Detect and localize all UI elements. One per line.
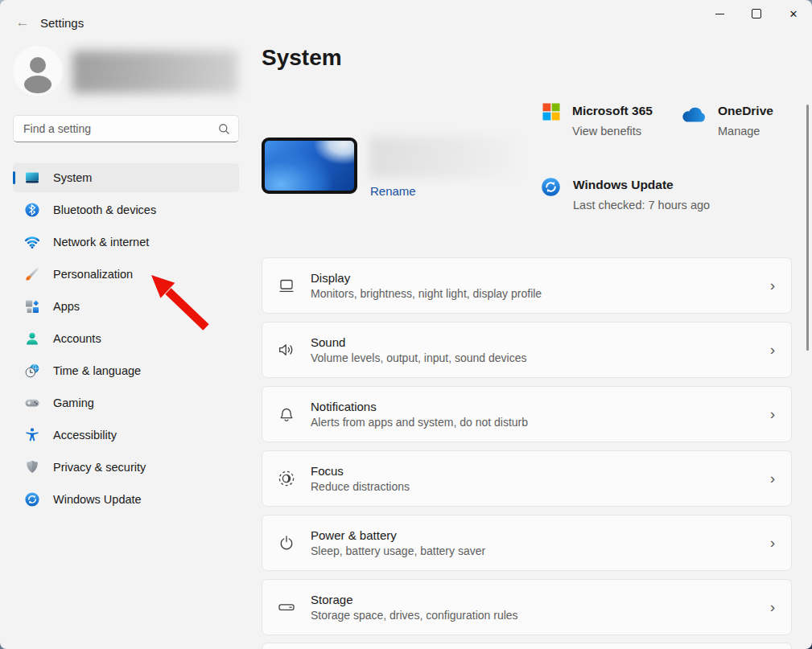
sidebar-item-accessibility[interactable]: Accessibility [13, 421, 239, 450]
storage-icon [276, 597, 297, 618]
device-name-redacted [369, 137, 517, 178]
sidebar-item-network-internet[interactable]: Network & internet [13, 228, 239, 257]
chevron-right-icon: › [770, 277, 775, 294]
minimize-button[interactable] [701, 0, 738, 27]
ms365-action[interactable]: View benefits [572, 122, 653, 141]
close-icon: ✕ [789, 9, 798, 19]
focus-icon [276, 468, 297, 489]
chevron-right-icon: › [770, 341, 775, 359]
row-title: Storage [311, 593, 518, 606]
windows-update-card[interactable]: Windows Update Last checked: 7 hours ago [541, 177, 714, 215]
row-title: Notifications [311, 400, 528, 413]
sidebar-item-privacy-security[interactable]: Privacy & security [13, 453, 239, 482]
row-subtitle: Volume levels, output, input, sound devi… [311, 351, 527, 364]
settings-row-storage[interactable]: Storage Storage space, drives, configura… [262, 579, 792, 635]
chevron-right-icon: › [770, 534, 775, 552]
display-icon [276, 275, 297, 296]
sidebar-item-label: Network & internet [53, 236, 149, 249]
sidebar-item-label: Bluetooth & devices [53, 203, 156, 216]
row-subtitle: Monitors, brightness, night light, displ… [311, 287, 542, 300]
chevron-right-icon: › [770, 405, 775, 423]
user-name-redacted [72, 51, 237, 93]
sidebar-item-label: Accessibility [53, 429, 117, 442]
chevron-right-icon: › [770, 470, 775, 487]
settings-row-sound[interactable]: Sound Volume levels, output, input, soun… [262, 322, 792, 378]
onedrive-card[interactable]: OneDrive Manage [680, 103, 773, 141]
sidebar-item-windows-update[interactable]: Windows Update [13, 485, 239, 514]
rename-link[interactable]: Rename [370, 184, 416, 198]
search-icon [218, 123, 230, 135]
settings-row-display[interactable]: Display Monitors, brightness, night ligh… [262, 257, 792, 314]
onedrive-cloud-icon [680, 107, 706, 124]
settings-row-notifications[interactable]: Notifications Alerts from apps and syste… [262, 386, 792, 442]
avatar [13, 46, 63, 96]
onedrive-title: OneDrive [718, 103, 773, 119]
sidebar-item-label: Personalization [53, 268, 133, 281]
sidebar-item-label: Privacy & security [53, 461, 146, 474]
row-subtitle: Storage space, drives, configuration rul… [311, 609, 518, 622]
back-button[interactable]: ← [8, 8, 37, 37]
page-title: System [262, 45, 342, 71]
time-language-icon [24, 363, 40, 379]
windows-update-icon [24, 491, 40, 507]
accessibility-icon [24, 427, 40, 443]
settings-row-partial[interactable] [262, 643, 792, 649]
system-icon [24, 170, 40, 186]
maximize-button[interactable] [738, 0, 775, 27]
app-title: Settings [40, 16, 84, 30]
privacy-security-icon [24, 459, 40, 475]
settings-window: ← Settings ✕ System [0, 0, 812, 649]
sidebar-item-bluetooth-devices[interactable]: Bluetooth & devices [13, 195, 239, 224]
network-icon [24, 234, 40, 250]
onedrive-action[interactable]: Manage [718, 122, 773, 141]
sidebar-nav: System Bluetooth & devices Network & [13, 163, 239, 517]
settings-row-focus[interactable]: Focus Reduce distractions › [262, 450, 792, 507]
row-title: Focus [311, 464, 410, 478]
minimize-icon [715, 14, 724, 14]
person-icon [13, 46, 63, 96]
chevron-right-icon: › [770, 598, 775, 616]
sound-icon [276, 339, 297, 360]
sidebar-item-system[interactable]: System [13, 163, 239, 192]
sidebar-item-label: Windows Update [53, 493, 142, 506]
power-icon [276, 532, 297, 553]
sidebar-item-accounts[interactable]: Accounts [13, 324, 239, 353]
windows-update-status-icon [541, 177, 561, 197]
sidebar-item-personalization[interactable]: Personalization [13, 260, 239, 289]
maximize-icon [752, 9, 761, 18]
row-subtitle: Sleep, battery usage, battery saver [311, 544, 485, 557]
windows-update-status: Last checked: 7 hours ago [573, 196, 711, 215]
apps-icon [24, 298, 40, 314]
sidebar-item-label: Time & language [53, 364, 141, 377]
search-box [13, 115, 239, 142]
sidebar-item-label: Accounts [53, 332, 101, 345]
microsoft-logo-icon [542, 103, 560, 121]
row-title: Sound [311, 335, 527, 349]
scrollbar-thumb[interactable] [806, 105, 809, 351]
sidebar-item-gaming[interactable]: Gaming [13, 388, 239, 417]
sidebar-item-apps[interactable]: Apps [13, 292, 239, 321]
close-button[interactable]: ✕ [775, 0, 812, 27]
microsoft-365-card[interactable]: Microsoft 365 View benefits [542, 103, 653, 141]
search-input[interactable] [14, 122, 218, 135]
sidebar-item-label: Gaming [53, 396, 94, 409]
row-subtitle: Alerts from apps and system, do not dist… [311, 416, 528, 429]
row-subtitle: Reduce distractions [311, 480, 410, 493]
gaming-icon [24, 395, 40, 411]
sidebar-item-label: Apps [53, 300, 80, 313]
personalization-icon [24, 266, 40, 282]
device-thumbnail [262, 138, 357, 194]
windows-update-title: Windows Update [573, 177, 711, 193]
settings-row-power-battery[interactable]: Power & battery Sleep, battery usage, ba… [262, 515, 792, 571]
row-title: Power & battery [311, 528, 485, 542]
ms365-title: Microsoft 365 [572, 103, 653, 119]
row-title: Display [311, 271, 542, 285]
bluetooth-icon [24, 202, 40, 218]
accounts-icon [24, 331, 40, 347]
sidebar-item-time-language[interactable]: Time & language [13, 356, 239, 385]
notifications-icon [276, 404, 297, 425]
sidebar-item-label: System [53, 171, 92, 184]
